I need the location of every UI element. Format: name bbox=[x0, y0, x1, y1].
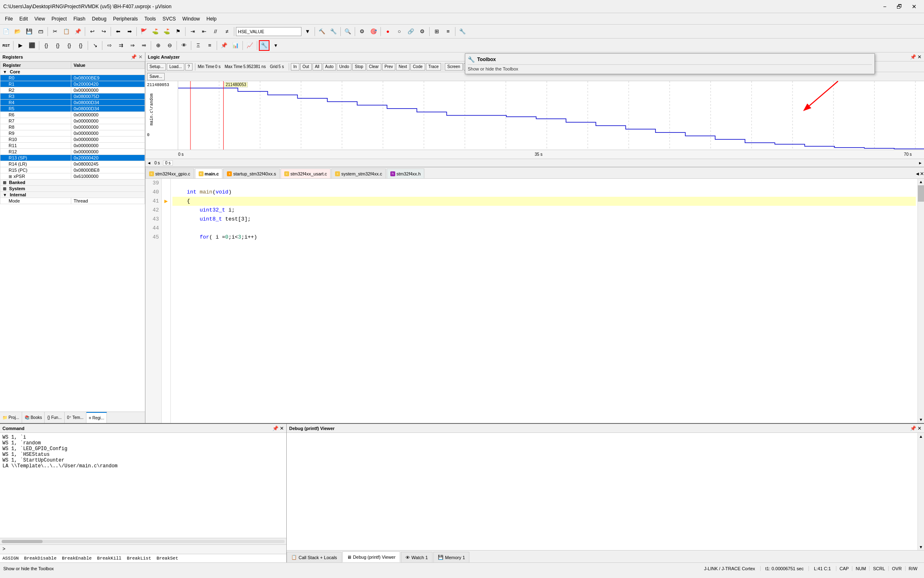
tb-perf[interactable]: 📊 bbox=[230, 40, 241, 51]
command-close-icon[interactable]: ✕ bbox=[280, 426, 284, 431]
tb-more[interactable]: ▾ bbox=[270, 40, 281, 51]
tb-find[interactable]: 🔍 bbox=[342, 26, 353, 37]
editor-scrollbar[interactable]: ▲ ▼ bbox=[917, 179, 924, 423]
tb-bp-mgr[interactable]: ⊕ bbox=[153, 40, 163, 51]
menu-file[interactable]: File bbox=[2, 15, 16, 23]
menu-debug[interactable]: Debug bbox=[89, 15, 110, 23]
debug-viewer-close-icon[interactable]: ✕ bbox=[917, 426, 922, 431]
tb-step-into[interactable]: ↘ bbox=[90, 40, 100, 51]
tb-toolbox-button[interactable]: 🔧 bbox=[259, 40, 270, 51]
system-expand-icon[interactable]: ⊞ bbox=[3, 187, 6, 191]
tab-tem[interactable]: 0⁺ Tem... bbox=[65, 412, 86, 423]
dv-scroll-up[interactable]: ▲ bbox=[918, 433, 924, 439]
tab-system[interactable]: c system_stm32f4xx.c bbox=[331, 168, 386, 178]
la-waveform-canvas[interactable]: 211480053 bbox=[178, 81, 924, 150]
tab-main[interactable]: c main.c bbox=[195, 168, 223, 179]
menu-flash[interactable]: Flash bbox=[70, 15, 88, 23]
tb-comment[interactable]: // bbox=[210, 26, 221, 37]
tb-stop[interactable]: ⬛ bbox=[27, 40, 37, 51]
tb-config-target[interactable]: ⚙ bbox=[357, 26, 367, 37]
internal-expand-icon[interactable]: ▼ bbox=[3, 193, 7, 197]
table-row[interactable]: R80x00000000 bbox=[0, 124, 145, 130]
tb-indent[interactable]: ⇥ bbox=[187, 26, 198, 37]
tb-bp-add[interactable]: ⊖ bbox=[164, 40, 175, 51]
code-lines-area[interactable]: int main(void) { uint32_t i; uint8_t tes… bbox=[171, 179, 917, 423]
tab-header[interactable]: h stm32f4xx.h bbox=[387, 168, 424, 178]
command-pin-icon[interactable]: 📌 bbox=[272, 426, 279, 431]
pin-icon[interactable]: 📌 bbox=[131, 54, 137, 60]
tb-paste[interactable]: 📌 bbox=[72, 26, 83, 37]
scrollbar-down[interactable]: ▼ bbox=[918, 416, 924, 423]
tb-uncomment[interactable]: ≠ bbox=[222, 26, 232, 37]
table-row[interactable]: R120x00000000 bbox=[0, 149, 145, 155]
tb-run[interactable]: ▶ bbox=[15, 40, 26, 51]
la-clear-btn[interactable]: Clear bbox=[367, 63, 381, 71]
la-next-btn[interactable]: Next bbox=[396, 63, 410, 71]
tb-save[interactable]: 💾 bbox=[24, 26, 34, 37]
tb-brace3[interactable]: {} bbox=[64, 40, 75, 51]
tb-dbg-more[interactable]: ⚙ bbox=[417, 26, 428, 37]
tb-exec-till[interactable]: ⇨ bbox=[104, 40, 115, 51]
cmd-hscroll-thumb[interactable] bbox=[2, 540, 43, 543]
menu-project[interactable]: Project bbox=[48, 15, 70, 23]
tb-build[interactable]: 🔨 bbox=[317, 26, 327, 37]
la-pin-icon[interactable]: 📌 bbox=[910, 54, 916, 60]
la-save-btn[interactable]: Save... bbox=[147, 73, 165, 80]
tb-settings[interactable]: 🔧 bbox=[457, 26, 468, 37]
table-row[interactable]: R20x00000000 bbox=[0, 87, 145, 93]
la-question-btn[interactable]: ? bbox=[185, 63, 192, 71]
tb-view2[interactable]: ≡ bbox=[443, 26, 453, 37]
la-screen-btn[interactable]: Screen bbox=[445, 63, 463, 71]
tb-watch[interactable]: 👁 bbox=[179, 40, 189, 51]
tab-gpio[interactable]: c stm32f4xx_gpio.c bbox=[145, 168, 194, 178]
la-prev-btn[interactable]: Prev bbox=[382, 63, 396, 71]
tb-redo[interactable]: ↪ bbox=[98, 26, 109, 37]
table-row[interactable]: R100x00000000 bbox=[0, 137, 145, 143]
tb-outdent[interactable]: ⇤ bbox=[199, 26, 209, 37]
tb-halt[interactable]: ○ bbox=[394, 26, 405, 37]
tb-save-all[interactable]: 🗃 bbox=[35, 26, 46, 37]
tab-usart[interactable]: c stm32f4xx_usart.c bbox=[281, 168, 331, 178]
close-registers-icon[interactable]: ✕ bbox=[138, 54, 143, 60]
tab-call-stack[interactable]: 📋 Call Stack + Locals bbox=[287, 552, 342, 562]
table-row[interactable]: R10x20000420 bbox=[0, 81, 145, 87]
tab-fun[interactable]: {} Fun... bbox=[45, 412, 64, 423]
la-stop-btn[interactable]: Stop bbox=[352, 63, 366, 71]
editor-tab-scroll-left[interactable]: ◄ bbox=[915, 169, 920, 178]
tb-undo[interactable]: ↩ bbox=[87, 26, 97, 37]
table-row[interactable]: R70x00000000 bbox=[0, 118, 145, 124]
minimize-button[interactable]: − bbox=[878, 2, 891, 11]
la-scroll-left[interactable]: ◄ bbox=[147, 161, 151, 165]
la-load-btn[interactable]: Load... bbox=[167, 63, 184, 71]
menu-window[interactable]: Window bbox=[179, 15, 203, 23]
la-scroll-right[interactable]: ► bbox=[918, 161, 922, 165]
table-row[interactable]: R90x00000000 bbox=[0, 130, 145, 137]
table-row[interactable]: R30x0800075D bbox=[0, 93, 145, 100]
tb-flash[interactable]: ● bbox=[383, 26, 393, 37]
tab-watch1[interactable]: 👁 Watch 1 bbox=[401, 552, 433, 562]
tb-open[interactable]: 📂 bbox=[12, 26, 23, 37]
tb-combo-drop[interactable]: ▼ bbox=[302, 26, 313, 37]
tb-pin[interactable]: 📌 bbox=[219, 40, 229, 51]
tb-copy[interactable]: 📋 bbox=[61, 26, 72, 37]
tb-exec-till4[interactable]: ⥤ bbox=[138, 40, 149, 51]
la-code-btn[interactable]: Code bbox=[410, 63, 425, 71]
menu-edit[interactable]: Edit bbox=[16, 15, 31, 23]
close-button[interactable]: ✕ bbox=[908, 2, 921, 11]
debug-viewer-scrollbar[interactable]: ▲ ▼ bbox=[917, 433, 924, 550]
editor-tab-close-active[interactable]: ✕ bbox=[920, 169, 924, 178]
tab-proj[interactable]: 📁 Proj... bbox=[0, 412, 22, 423]
tb-mem[interactable]: Ξ bbox=[193, 40, 204, 51]
menu-view[interactable]: View bbox=[31, 15, 48, 23]
la-trace-btn[interactable]: Trace bbox=[426, 63, 441, 71]
tb-brace4[interactable]: {} bbox=[75, 40, 86, 51]
table-row[interactable]: ModeThread bbox=[0, 198, 145, 204]
table-row[interactable]: R00x08000BE9 bbox=[0, 75, 145, 81]
table-row[interactable]: R50x08000D34 bbox=[0, 106, 145, 112]
la-undo-btn[interactable]: Undo bbox=[337, 63, 351, 71]
tb-bkpt2[interactable]: ⛳ bbox=[150, 26, 161, 37]
table-row[interactable]: R110x00000000 bbox=[0, 143, 145, 149]
table-row[interactable]: R14 (LR)0x08000245 bbox=[0, 161, 145, 167]
command-input[interactable] bbox=[7, 546, 284, 552]
debug-viewer-pin-icon[interactable]: 📌 bbox=[910, 426, 916, 431]
